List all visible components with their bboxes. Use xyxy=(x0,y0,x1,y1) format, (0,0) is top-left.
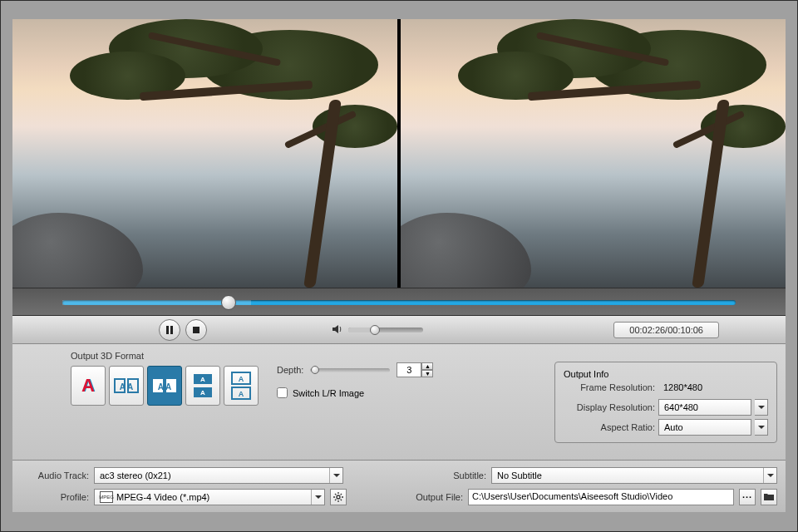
ellipsis-icon: ··· xyxy=(742,492,752,502)
aspect-ratio-dropdown[interactable] xyxy=(755,419,768,436)
svg-line-24 xyxy=(335,500,336,500)
audio-track-value: ac3 stereo (0x21) xyxy=(100,470,171,480)
profile-settings-button[interactable] xyxy=(330,489,347,505)
depth-thumb[interactable] xyxy=(311,366,319,374)
seek-thumb[interactable] xyxy=(221,295,236,310)
switch-lr-label: Switch L/R Image xyxy=(293,388,364,398)
svg-line-25 xyxy=(341,494,342,495)
aspect-ratio-value: Auto xyxy=(658,419,751,436)
svg-rect-0 xyxy=(166,326,169,334)
chevron-down-icon xyxy=(329,468,342,483)
stop-button[interactable] xyxy=(185,319,207,341)
svg-line-23 xyxy=(341,500,342,500)
3d-format-sbs-half[interactable]: A A xyxy=(109,366,144,406)
svg-text:A A: A A xyxy=(158,382,171,392)
svg-text:A: A xyxy=(200,389,205,397)
svg-point-17 xyxy=(337,495,340,499)
aspect-ratio-label: Aspect Ratio: xyxy=(564,422,655,432)
volume-icon[interactable] xyxy=(332,323,343,337)
profile-label: Profile: xyxy=(21,492,89,502)
output-file-more-button[interactable]: ··· xyxy=(739,489,756,505)
output-file-browse-button[interactable] xyxy=(761,489,777,505)
svg-text:A A: A A xyxy=(120,382,133,392)
gear-icon xyxy=(333,492,343,502)
seek-bar-area xyxy=(12,288,786,316)
output-3d-panel: Output 3D Format A A A A A AA AA xyxy=(12,344,268,460)
footer-settings: Audio Track: ac3 stereo (0x21) Subtitle:… xyxy=(12,461,786,512)
display-res-value: 640*480 xyxy=(658,399,751,416)
chevron-down-icon xyxy=(311,490,324,505)
audio-track-select[interactable]: ac3 stereo (0x21) xyxy=(94,467,343,484)
seek-track[interactable] xyxy=(62,300,736,305)
volume-slider[interactable] xyxy=(348,328,423,332)
svg-text:A: A xyxy=(200,376,205,383)
frame-res-value: 1280*480 xyxy=(658,379,768,396)
playback-controls: 00:02:26/00:10:06 xyxy=(12,316,786,344)
svg-text:A: A xyxy=(239,390,244,398)
switch-lr-checkbox[interactable] xyxy=(277,387,288,398)
settings-panels: Output 3D Format A A A A A AA AA Depth: xyxy=(12,344,786,461)
frame-res-label: Frame Resolution: xyxy=(564,382,655,392)
output-info-panel: Output Info Frame Resolution: 1280*480 D… xyxy=(510,344,786,460)
3d-format-tab-half[interactable]: AA xyxy=(185,366,220,406)
depth-decrement[interactable]: ▼ xyxy=(421,370,433,377)
depth-panel: Depth: ▲ ▼ Switch L/R Image xyxy=(268,344,510,460)
pause-button[interactable] xyxy=(159,319,180,341)
depth-label: Depth: xyxy=(277,365,303,375)
folder-icon xyxy=(764,493,774,501)
display-res-dropdown[interactable] xyxy=(755,399,768,416)
subtitle-value: No Subtitle xyxy=(497,470,542,480)
video-preview-area xyxy=(12,19,786,288)
video-preview-right xyxy=(401,19,786,288)
chevron-down-icon xyxy=(763,468,776,483)
subtitle-select[interactable]: No Subtitle xyxy=(491,467,777,484)
display-res-label: Display Resolution: xyxy=(564,402,655,412)
depth-spinner[interactable]: ▲ ▼ xyxy=(397,362,433,377)
3d-format-anaglyph[interactable]: A xyxy=(71,366,106,406)
mpeg-icon: MPEG xyxy=(100,491,113,503)
video-preview-left xyxy=(12,19,397,288)
profile-value: MPEG-4 Video (*.mp4) xyxy=(116,492,209,502)
audio-track-label: Audio Track: xyxy=(21,470,89,480)
depth-slider[interactable] xyxy=(310,368,390,372)
output-file-label: Output File: xyxy=(401,492,463,502)
svg-rect-1 xyxy=(170,326,173,334)
volume-thumb[interactable] xyxy=(370,325,380,335)
depth-value-input[interactable] xyxy=(397,362,421,377)
output-3d-title: Output 3D Format xyxy=(71,351,260,361)
3d-format-tab-full[interactable]: AA xyxy=(224,366,259,406)
output-info-title: Output Info xyxy=(564,369,608,379)
depth-increment[interactable]: ▲ xyxy=(421,362,433,370)
svg-rect-2 xyxy=(193,327,200,333)
3d-format-sbs-full[interactable]: A A xyxy=(147,366,182,406)
profile-select[interactable]: MPEG MPEG-4 Video (*.mp4) xyxy=(94,489,325,505)
output-file-field[interactable]: C:\Users\User\Documents\Aiseesoft Studio… xyxy=(468,489,734,505)
svg-line-22 xyxy=(335,494,336,495)
app-window: 00:02:26/00:10:06 Output 3D Format A A A… xyxy=(0,0,798,532)
svg-text:A: A xyxy=(239,375,244,383)
time-display: 00:02:26/00:10:06 xyxy=(613,322,719,338)
subtitle-label: Subtitle: xyxy=(436,470,486,480)
